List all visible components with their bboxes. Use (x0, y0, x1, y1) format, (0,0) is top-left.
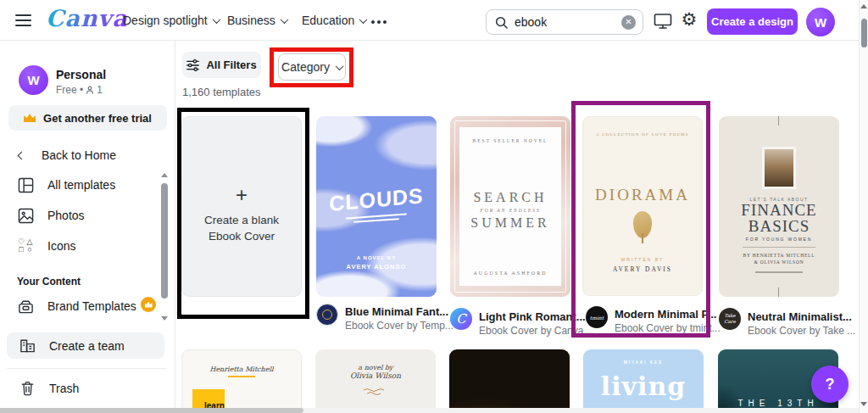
sidebar: W Personal Free • 1 Get another free tri… (0, 41, 175, 413)
template-card-learn[interactable]: Henrietta Mitchell learn (181, 349, 302, 413)
sidebar-item-icons[interactable]: ♡△□○ Icons (17, 237, 75, 255)
template-card-summer[interactable]: BEST SELLER NOVEL SEARCH FOR AN ENDLESS … (450, 116, 570, 297)
template-author-avatar[interactable]: Take Care (719, 308, 741, 330)
sidebar-scroll-up-arrow[interactable] (161, 173, 168, 177)
sidebar-item-label: Photos (47, 209, 85, 222)
create-blank-ebook-card[interactable]: + Create a blank Ebook Cover (181, 116, 302, 297)
horizontal-scrollbar-thumb[interactable] (0, 408, 303, 413)
template-byline: Ebook Cover by tmint... (615, 322, 721, 334)
template-card-living[interactable]: MIYAKI KES living (583, 349, 704, 413)
hamburger-menu-icon[interactable] (15, 14, 31, 26)
sidebar-item-brand-templates[interactable]: Brand Templates (17, 297, 136, 315)
cover-photo (449, 349, 570, 413)
page-scrollbar-thumb[interactable] (861, 19, 867, 47)
account-avatar[interactable]: W (19, 65, 48, 95)
avatar-emblem-icon (322, 310, 332, 320)
cover-author: AVERY DAVIS (583, 265, 702, 273)
cover-divider (743, 247, 815, 248)
page-vertical-scrollbar[interactable] (859, 0, 868, 413)
nav-education[interactable]: Education (302, 14, 366, 27)
all-filters-label: All Filters (206, 59, 256, 71)
cover-title: SEARCH (459, 190, 561, 205)
cover-author: Olivia Wilson (315, 371, 436, 380)
canva-author-avatar[interactable]: C (450, 308, 472, 330)
template-author-avatar[interactable] (316, 304, 338, 326)
sidebar-item-all-templates[interactable]: All templates (17, 176, 115, 194)
settings-gear-icon[interactable]: ⚙ (679, 9, 699, 30)
nav-design-spotlight-label: Design spotlight (123, 14, 208, 27)
scroll-up-arrow[interactable] (860, 4, 867, 8)
cover-panel: BEST SELLER NOVEL SEARCH FOR AN ENDLESS … (459, 127, 561, 286)
create-a-team-button[interactable]: Create a team (7, 332, 164, 359)
template-card-clouds[interactable]: CLOUDS A NOVEL BY AVERY ALONSO (316, 116, 437, 297)
template-card-finance[interactable]: LET'S TALK ABOUT FINANCE BASICS FOR YOUN… (719, 116, 839, 297)
cover-subtitle: FOR YOUNG WOMEN (719, 237, 839, 242)
template-title[interactable]: Light Pink Romant... (479, 310, 586, 323)
plus-icon: + (182, 183, 301, 207)
sidebar-item-label: Icons (47, 239, 75, 253)
template-card-novel[interactable]: a novel by Olivia Wilson (315, 349, 436, 413)
get-free-trial-button[interactable]: Get another free trial (8, 105, 167, 131)
cover-top-text: BEST SELLER NOVEL (459, 138, 561, 143)
pro-crown-badge (141, 297, 156, 312)
cover-underline (228, 376, 255, 377)
sidebar-scrollbar-thumb[interactable] (161, 183, 168, 299)
desktop-app-icon[interactable] (653, 11, 673, 31)
trash-icon (19, 380, 36, 397)
cover-tick-mark (778, 287, 779, 297)
help-button[interactable]: ? (811, 366, 849, 403)
nav-business-label: Business (227, 14, 275, 27)
page-horizontal-scrollbar[interactable] (0, 408, 859, 413)
template-title[interactable]: Neutral Minimalist... (748, 310, 852, 323)
more-menu-icon[interactable] (371, 20, 387, 24)
template-byline: Ebook Cover by Temp... (345, 320, 453, 332)
template-author-avatar[interactable]: tmint (586, 306, 608, 328)
crown-icon (24, 114, 36, 122)
scroll-down-arrow[interactable] (860, 402, 867, 406)
cover-top-text: A COLLECTION OF LOVE POEMS (583, 132, 702, 137)
template-card-diorama[interactable]: A COLLECTION OF LOVE POEMS DIORAMA WRITT… (582, 116, 703, 296)
results-count: 1,160 templates (182, 86, 261, 98)
top-navigation-bar: Canva Design spotlight Business Educatio… (0, 0, 868, 41)
plan-label: Free • (56, 84, 83, 96)
sidebar-item-photos[interactable]: Photos (17, 206, 85, 225)
account-plan: Free • 1 (56, 84, 103, 96)
chevron-down-icon (359, 15, 368, 24)
chevron-left-icon (18, 151, 26, 159)
chevron-down-icon (212, 15, 220, 24)
person-icon (86, 86, 94, 94)
template-title[interactable]: Modern Minimal P... (615, 308, 716, 321)
back-to-home-button[interactable]: Back to Home (19, 146, 116, 165)
cover-top-text: MIYAKI KES (583, 360, 704, 365)
cover-website-text (755, 271, 803, 273)
chevron-down-icon (335, 62, 343, 70)
photos-icon (17, 207, 34, 224)
nav-business[interactable]: Business (227, 14, 287, 27)
cover-mid-text: FOR AN ENDLESS (459, 208, 561, 213)
gold-leaf-image (633, 211, 652, 238)
clear-search-icon[interactable]: ✕ (621, 15, 636, 30)
category-filter-button[interactable]: Category (278, 53, 346, 81)
create-a-design-button[interactable]: Create a design (707, 8, 798, 35)
template-card-dark-photo[interactable] (449, 349, 570, 413)
nav-design-spotlight[interactable]: Design spotlight (123, 14, 220, 27)
your-content-section-label: Your Content (17, 276, 81, 287)
sidebar-item-label: Brand Templates (47, 299, 136, 313)
search-input[interactable] (515, 15, 621, 29)
nav-education-label: Education (302, 14, 354, 27)
template-title[interactable]: Blue Minimal Fant... (345, 305, 448, 318)
sidebar-item-label: All templates (47, 178, 115, 192)
sidebar-scroll-down-arrow[interactable] (161, 316, 168, 321)
user-avatar[interactable]: W (806, 8, 835, 36)
blank-card-label: Create a blank Ebook Cover (182, 212, 301, 244)
sidebar-item-trash[interactable]: Trash (19, 379, 79, 398)
member-count: 1 (97, 84, 103, 96)
search-box[interactable]: ✕ (486, 9, 643, 35)
canva-logo[interactable]: Canva (46, 5, 128, 31)
cover-author: AUGUSTA ASHFORD (459, 271, 561, 276)
crown-icon (145, 302, 153, 308)
cover-title: SUMMER (459, 215, 561, 231)
cover-author: Henrietta Mitchell (182, 366, 301, 373)
all-filters-button[interactable]: All Filters (182, 52, 261, 78)
cover-author-line1: BY HENRIETTA MITCHELL (719, 252, 839, 259)
